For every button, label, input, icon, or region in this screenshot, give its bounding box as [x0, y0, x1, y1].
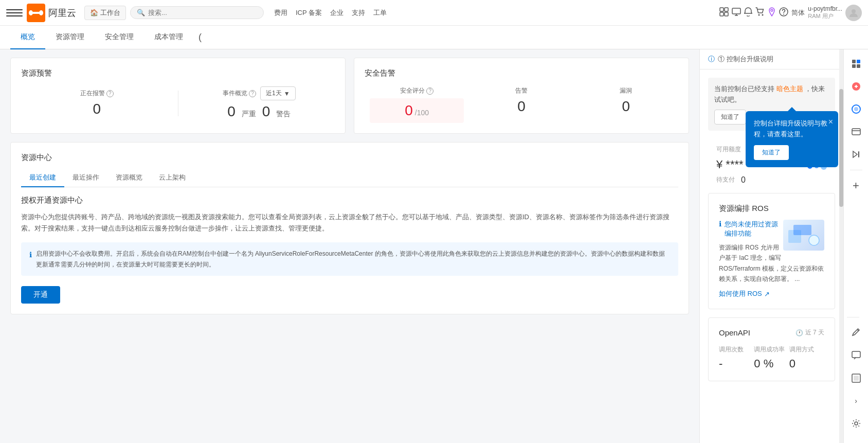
- vuln-label: 漏洞: [579, 86, 673, 95]
- nav-item-ticket[interactable]: 工单: [373, 8, 387, 17]
- rc-tab-recent-create[interactable]: 最近创建: [21, 169, 64, 187]
- period-dropdown[interactable]: 近1天 ▼: [260, 86, 296, 100]
- far-sidebar-chat-icon[interactable]: [847, 346, 865, 365]
- svg-point-13: [852, 9, 856, 13]
- svg-rect-6: [725, 12, 728, 16]
- ros-info-icon: ℹ: [719, 220, 721, 228]
- tab-security-management[interactable]: 安全管理: [95, 26, 144, 49]
- alerting-help-icon[interactable]: ?: [106, 90, 114, 97]
- ros-link[interactable]: 如何使用 ROS ↗: [719, 289, 824, 298]
- cart-icon[interactable]: [755, 7, 765, 18]
- user-avatar: [845, 5, 862, 21]
- svg-point-10: [771, 9, 773, 11]
- far-sidebar-expand-icon[interactable]: ›: [847, 392, 865, 410]
- info-circle-icon: ⓘ: [708, 55, 715, 64]
- svg-rect-19: [852, 64, 856, 68]
- openapi-card: OpenAPI 🕐 近 7 天 调用次数 - 调用成功率 0 %: [708, 317, 835, 381]
- notification-highlight[interactable]: 暗色主题: [776, 85, 803, 93]
- header: 阿里云 🏠 工作台 🔍 费用 ICP 备案 企业 支持 工单: [0, 0, 868, 26]
- svg-rect-17: [852, 60, 856, 63]
- resource-center-info-box: ℹ 启用资源中心不会收取费用。开启后，系统会自动在RAM控制台中创建一个名为 A…: [21, 242, 678, 276]
- far-sidebar-add-icon[interactable]: +: [847, 176, 865, 195]
- svg-point-23: [854, 107, 858, 111]
- language-button[interactable]: 简体: [791, 8, 805, 17]
- far-sidebar-icon-4[interactable]: [847, 122, 865, 141]
- resource-center-info-text: 启用资源中心不会收取费用。开启后，系统会自动在RAM控制台中创建一个名为 Ali…: [36, 249, 670, 270]
- tab-resource-management[interactable]: 资源管理: [45, 26, 95, 49]
- call-count-label: 调用次数: [719, 345, 754, 354]
- rc-tab-architecture[interactable]: 云上架构: [151, 169, 194, 187]
- svg-rect-25: [858, 151, 859, 157]
- upgrade-tooltip: × 控制台详细升级说明与教程，请查看这里。 知道了: [746, 111, 838, 167]
- notification-icon[interactable]: [744, 7, 752, 18]
- tab-cost-management[interactable]: 成本管理: [144, 26, 193, 49]
- score-help-icon[interactable]: ?: [426, 87, 433, 95]
- search-box[interactable]: 🔍: [130, 6, 264, 19]
- main-area: 资源预警 正在报警 ? 0 事件概览 ?: [0, 49, 868, 443]
- svg-rect-28: [854, 376, 859, 381]
- nav-item-cost[interactable]: 费用: [274, 8, 287, 17]
- ros-illustration: [783, 220, 824, 251]
- notification-got-it-button[interactable]: 知道了: [714, 110, 746, 125]
- alert-metric: 告警 0: [469, 86, 573, 123]
- svg-rect-26: [852, 351, 860, 358]
- nav-item-enterprise[interactable]: 企业: [330, 8, 343, 17]
- alert-value: 0: [474, 98, 568, 115]
- help-icon[interactable]: [779, 7, 788, 18]
- far-sidebar-icon-5[interactable]: [847, 145, 865, 164]
- warning-value: 0: [262, 103, 270, 120]
- workbench-button[interactable]: 🏠 工作台: [84, 6, 126, 20]
- far-sidebar-icon-2[interactable]: [847, 77, 865, 96]
- scrollbar-thumb[interactable]: [839, 89, 843, 207]
- svg-rect-5: [720, 12, 724, 16]
- far-sidebar-edit-icon[interactable]: [847, 324, 865, 342]
- tooltip-got-it-button[interactable]: 知道了: [754, 145, 789, 160]
- quota-pending-label: 待支付: [716, 175, 735, 184]
- event-label: 事件概览 ?: [223, 89, 256, 98]
- success-rate-metric: 调用成功率 0 %: [754, 345, 789, 370]
- nav-item-icp[interactable]: ICP 备案: [296, 8, 322, 17]
- user-area[interactable]: u-poytmfbr... RAM 用户: [808, 5, 862, 21]
- clock-icon: 🕐: [795, 329, 803, 336]
- activate-button[interactable]: 开通: [21, 286, 60, 304]
- openapi-header: OpenAPI 🕐 近 7 天: [719, 328, 824, 337]
- far-sidebar-layout-icon[interactable]: [847, 369, 865, 387]
- notification-text: 当前控制台已经支持: [714, 85, 774, 93]
- tab-overview[interactable]: 概览: [10, 26, 45, 49]
- call-count-metric: 调用次数 -: [719, 345, 754, 370]
- far-sidebar: + ›: [843, 49, 868, 443]
- nav-item-support[interactable]: 支持: [352, 8, 365, 17]
- monitor-icon[interactable]: [732, 8, 741, 17]
- far-sidebar-icon-3[interactable]: [847, 100, 865, 118]
- tabs-bar: 概览 资源管理 安全管理 成本管理 (: [0, 26, 868, 49]
- resource-warning-card: 资源预警 正在报警 ? 0 事件概览 ?: [10, 58, 346, 134]
- tab-more[interactable]: (: [193, 26, 207, 49]
- far-sidebar-icon-1[interactable]: [847, 55, 865, 73]
- menu-icon[interactable]: [6, 5, 23, 21]
- call-method-label: 调用方式: [789, 345, 824, 354]
- event-help-icon[interactable]: ?: [249, 90, 256, 97]
- rc-tab-recent-ops[interactable]: 最近操作: [64, 169, 107, 187]
- user-name: u-poytmfbr...: [808, 5, 842, 12]
- search-input[interactable]: [148, 9, 257, 16]
- rc-tab-overview[interactable]: 资源概览: [107, 169, 151, 187]
- info-icon: ℹ: [29, 249, 32, 270]
- svg-point-12: [783, 14, 784, 15]
- far-sidebar-settings-icon[interactable]: [847, 414, 865, 433]
- metrics-divider-1: [178, 91, 178, 116]
- score-box: 0 /100: [370, 98, 464, 123]
- alert-label: 告警: [474, 86, 568, 95]
- openapi-time: 🕐 近 7 天: [795, 328, 824, 337]
- alerting-metric: 正在报警 ? 0: [21, 89, 173, 117]
- call-method-value: 0: [789, 357, 824, 370]
- location-icon[interactable]: [768, 7, 776, 18]
- resource-icon[interactable]: [719, 7, 729, 18]
- resource-center-title: 资源中心: [21, 153, 52, 163]
- resource-center-card: 资源中心 最近创建 最近操作 资源概览 云上架构 授权开通资源中心 资源中心为您…: [10, 142, 689, 314]
- right-sidebar: ⓘ ① 控制台升级说明 当前控制台已经支持 暗色主题 ，快来试试吧。 知道了 可…: [699, 49, 843, 443]
- header-nav: 费用 ICP 备案 企业 支持 工单: [274, 8, 387, 17]
- upgrade-guide-header: ⓘ ① 控制台升级说明: [700, 49, 843, 69]
- score-total: /100: [415, 109, 429, 117]
- tooltip-close-button[interactable]: ×: [828, 115, 833, 129]
- call-method-metric: 调用方式 0: [789, 345, 824, 370]
